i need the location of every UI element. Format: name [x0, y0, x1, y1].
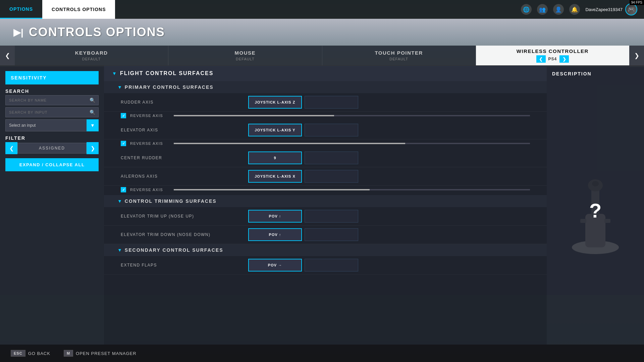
filter-title: FILTER [5, 135, 99, 141]
profile-icon[interactable]: 👤 [553, 4, 564, 15]
subsection-trimming[interactable]: ▼ CONTROL TRIMMING SURFACES [104, 195, 547, 207]
elevator-axis-bindings: JOYSTICK L-AXIS Y [248, 124, 530, 136]
elevator-trim-down-binding-1[interactable]: POV ↑ [248, 228, 302, 241]
center-rudder-binding-2[interactable] [305, 152, 358, 164]
ailerons-check-icon: ✓ [122, 188, 125, 192]
wireless-preset-prev[interactable]: ❮ [536, 55, 546, 63]
m-key-badge: M [64, 350, 73, 357]
subsection-primary[interactable]: ▼ PRIMARY CONTROL SURFACES [104, 81, 547, 93]
control-elevator-trim-up: ELEVATOR TRIM UP (NOSE UP) POV ↑ [104, 207, 547, 226]
elevator-reverse-checkbox[interactable]: ✓ [121, 141, 126, 146]
page-header: ▶| CONTROLS OPTIONS [0, 19, 644, 46]
go-back-label: GO BACK [28, 351, 50, 356]
extend-flaps-binding-1[interactable]: POV → [248, 259, 302, 272]
rudder-axis-label: RUDDER AXIS [121, 100, 248, 105]
bottom-bar: ESC GO BACK M OPEN PRESET MANAGER [0, 345, 644, 362]
elevator-check-icon: ✓ [122, 141, 125, 146]
description-panel: DESCRIPTION ? [547, 66, 644, 345]
search-by-name-wrapper: 🔍 [5, 95, 99, 105]
filter-value: ASSIGNED [17, 143, 87, 154]
control-center-rudder: CENTER RUDDER 9 [104, 149, 547, 167]
control-elevator-trim-down: ELEVATOR TRIM DOWN (NOSE DOWN) POV ↑ [104, 226, 547, 244]
open-preset-manager-label: OPEN PRESET MANAGER [76, 351, 137, 356]
search-by-input-wrapper: 🔍 [5, 107, 99, 117]
fps-badge: 94 FPS [630, 0, 644, 5]
controller-prev-button[interactable]: ❮ [0, 46, 15, 65]
ailerons-reverse-label: REVERSE AXIS [130, 188, 163, 192]
tab-controls-options[interactable]: CONTROLS OPTIONS [42, 0, 115, 19]
svg-point-4 [592, 181, 599, 186]
select-input-wrapper: Select an input ▼ [5, 119, 99, 131]
svg-rect-5 [580, 219, 586, 223]
search-section: SEARCH 🔍 🔍 Select an input ▼ [5, 88, 99, 131]
elevator-trim-up-bindings: POV ↑ [248, 210, 530, 223]
checkbox-check-icon: ✓ [122, 114, 125, 118]
elevator-slider[interactable] [174, 143, 530, 144]
body-layout: SENSITIVITY SEARCH 🔍 🔍 Select an input ▼ [0, 66, 644, 345]
controls-main: ▼ FLIGHT CONTROL SURFACES ▼ PRIMARY CONT… [104, 66, 547, 345]
sidebar: SENSITIVITY SEARCH 🔍 🔍 Select an input ▼ [0, 66, 104, 345]
friends-icon[interactable]: 👥 [537, 4, 548, 15]
elevator-reverse-label: REVERSE AXIS [130, 141, 163, 145]
controller-next-button[interactable]: ❯ [629, 46, 644, 65]
globe-icon[interactable]: 🌐 [521, 4, 532, 15]
trimming-arrow-icon: ▼ [117, 198, 122, 204]
elevator-binding-2[interactable] [305, 124, 358, 136]
avatar[interactable]: 🎮 94 FPS [625, 3, 637, 15]
elevator-trim-up-binding-1[interactable]: POV ↑ [248, 210, 302, 223]
filter-prev-button[interactable]: ❮ [5, 142, 17, 154]
search-title: SEARCH [5, 88, 99, 94]
top-navigation: OPTIONS CONTROLS OPTIONS 🌐 👥 👤 🔔 DaveZap… [0, 0, 644, 19]
tab-touch-pointer[interactable]: TOUCH POINTER DEFAULT [322, 46, 476, 65]
search-by-name-input[interactable] [5, 95, 99, 105]
select-input[interactable]: Select an input [5, 119, 99, 131]
rudder-slider[interactable] [174, 115, 530, 116]
section-flight-control[interactable]: ▼ FLIGHT CONTROL SURFACES [104, 66, 547, 81]
subsection-title: PRIMARY CONTROL SURFACES [125, 84, 214, 90]
ailerons-binding-1[interactable]: JOYSTICK L-AXIS X [248, 170, 302, 183]
ailerons-slider[interactable] [174, 189, 530, 190]
center-rudder-label: CENTER RUDDER [121, 156, 248, 160]
user-info: DaveZapee319347 🎮 94 FPS [585, 3, 637, 15]
svg-rect-6 [604, 219, 610, 223]
expand-collapse-button[interactable]: EXPAND / COLLAPSE ALL [5, 158, 99, 171]
elevator-trim-up-binding-2[interactable] [305, 210, 358, 223]
elevator-trim-down-binding-2[interactable] [305, 228, 358, 241]
description-title: DESCRIPTION [552, 71, 639, 76]
extend-flaps-label: EXTEND FLAPS [121, 263, 248, 267]
notification-icon[interactable]: 🔔 [569, 4, 580, 15]
control-elevator-axis: ELEVATOR AXIS JOYSTICK L-AXIS Y [104, 121, 547, 139]
elevator-trim-up-label: ELEVATOR TRIM UP (NOSE UP) [121, 214, 248, 219]
ailerons-reverse-checkbox[interactable]: ✓ [121, 187, 126, 192]
secondary-arrow-icon: ▼ [117, 247, 122, 253]
wireless-preset-next[interactable]: ❯ [559, 55, 569, 63]
subsection-secondary[interactable]: ▼ SECONDARY CONTROL SURFACES [104, 244, 547, 256]
ailerons-binding-2[interactable] [305, 170, 358, 183]
ailerons-reverse-row: ✓ REVERSE AXIS [104, 186, 547, 195]
go-back-action[interactable]: ESC GO BACK [11, 350, 50, 357]
rudder-reverse-label: REVERSE AXIS [130, 114, 163, 118]
search-input-icon: 🔍 [90, 110, 95, 115]
secondary-title: SECONDARY CONTROL SURFACES [125, 247, 223, 253]
tab-mouse[interactable]: MOUSE DEFAULT [168, 46, 322, 65]
search-by-input-input[interactable] [5, 107, 99, 117]
elevator-binding-1[interactable]: JOYSTICK L-AXIS Y [248, 124, 302, 136]
tab-wireless-controller[interactable]: WIRELESS CONTROLLER ❮ PS4 ❯ [476, 46, 629, 65]
controller-tabs: ❮ KEYBOARD DEFAULT MOUSE DEFAULT TOUCH P… [0, 46, 644, 66]
filter-row: ❮ ASSIGNED ❯ [5, 142, 99, 154]
sensitivity-button[interactable]: SENSITIVITY [5, 71, 99, 84]
filter-next-button[interactable]: ❯ [87, 142, 99, 154]
nav-right: 🌐 👥 👤 🔔 DaveZapee319347 🎮 94 FPS [521, 3, 644, 15]
rudder-binding-2[interactable] [305, 96, 358, 109]
center-rudder-binding-1[interactable]: 9 [248, 152, 302, 164]
elevator-axis-label: ELEVATOR AXIS [121, 128, 248, 132]
extend-flaps-binding-2[interactable] [305, 259, 358, 272]
section-arrow-icon: ▼ [112, 71, 117, 76]
open-preset-manager-action[interactable]: M OPEN PRESET MANAGER [64, 350, 137, 357]
control-rudder-axis: RUDDER AXIS JOYSTICK L-AXIS Z [104, 93, 547, 112]
tab-options[interactable]: OPTIONS [0, 0, 42, 19]
tab-keyboard[interactable]: KEYBOARD DEFAULT [15, 46, 168, 65]
rudder-binding-1[interactable]: JOYSTICK L-AXIS Z [248, 96, 302, 109]
question-mark: ? [589, 199, 602, 222]
rudder-reverse-checkbox[interactable]: ✓ [121, 113, 126, 118]
